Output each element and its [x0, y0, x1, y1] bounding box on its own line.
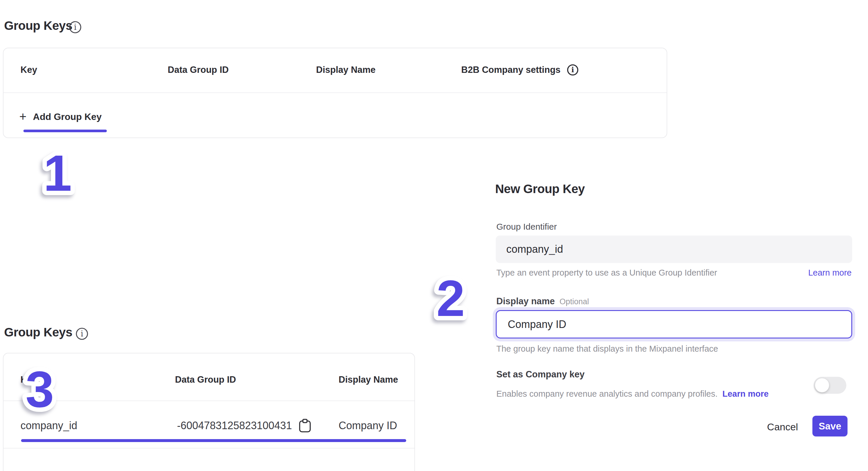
group-identifier-input[interactable]: company_id: [496, 236, 852, 263]
learn-more-link[interactable]: Learn more: [722, 389, 769, 399]
copy-icon[interactable]: [299, 418, 311, 433]
svg-text:i: i: [81, 329, 84, 338]
svg-text:1: 1: [43, 145, 72, 201]
cancel-button[interactable]: Cancel: [762, 416, 803, 437]
display-name-input[interactable]: Company ID: [496, 310, 852, 339]
save-button[interactable]: Save: [812, 416, 847, 437]
display-name-helper: The group key name that displays in the …: [496, 344, 718, 354]
svg-text:2: 2: [436, 270, 465, 327]
row-highlight: [21, 439, 406, 442]
company-key-toggle[interactable]: [813, 377, 846, 394]
step-badge-2: 2: [418, 263, 483, 331]
company-key-label: Set as Company key: [496, 369, 585, 380]
company-key-description: Enables company revenue analytics and co…: [496, 389, 718, 399]
table-header-divider: [3, 401, 414, 401]
row-cell-key: company_id: [21, 419, 77, 432]
learn-more-link[interactable]: Learn more: [808, 268, 851, 278]
display-name-value: Company ID: [508, 318, 566, 331]
info-icon[interactable]: i: [567, 64, 579, 76]
column-header-data-group-id: Data Group ID: [168, 65, 228, 75]
new-group-key-title: New Group Key: [495, 182, 585, 196]
plus-icon: +: [19, 111, 27, 123]
table-header-divider: [3, 92, 666, 93]
column-header-key: Key: [21, 65, 37, 75]
svg-text:i: i: [571, 66, 574, 74]
display-name-label: Display name: [496, 296, 555, 307]
column-header-key: Key: [21, 374, 37, 385]
add-group-key-button[interactable]: + Add Group Key: [19, 109, 101, 125]
info-icon[interactable]: i: [75, 327, 88, 340]
column-header-display-name: Display Name: [339, 374, 398, 385]
group-keys-table: [3, 353, 415, 471]
svg-text:i: i: [74, 23, 77, 32]
group-keys-title: Group Keys: [4, 19, 72, 33]
display-name-optional-tag: Optional: [560, 297, 589, 306]
step-badge-1: 1: [26, 138, 90, 206]
column-header-display-name: Display Name: [316, 65, 375, 75]
toggle-knob: [815, 378, 829, 392]
add-group-key-highlight: [23, 130, 107, 132]
group-identifier-value: company_id: [506, 243, 563, 255]
row-divider: [3, 448, 414, 448]
group-identifier-label: Group Identifier: [496, 222, 557, 232]
add-group-key-label: Add Group Key: [33, 112, 102, 122]
column-header-data-group-id: Data Group ID: [175, 374, 236, 385]
row-cell-display-name: Company ID: [339, 419, 397, 432]
group-identifier-helper: Type an event property to use as a Uniqu…: [496, 268, 717, 278]
info-icon[interactable]: i: [69, 21, 82, 34]
row-cell-data-group-id: -6004783125823100431: [177, 419, 292, 432]
group-keys-title: Group Keys: [4, 325, 72, 339]
column-header-b2b-settings: B2B Company settings: [461, 65, 560, 75]
